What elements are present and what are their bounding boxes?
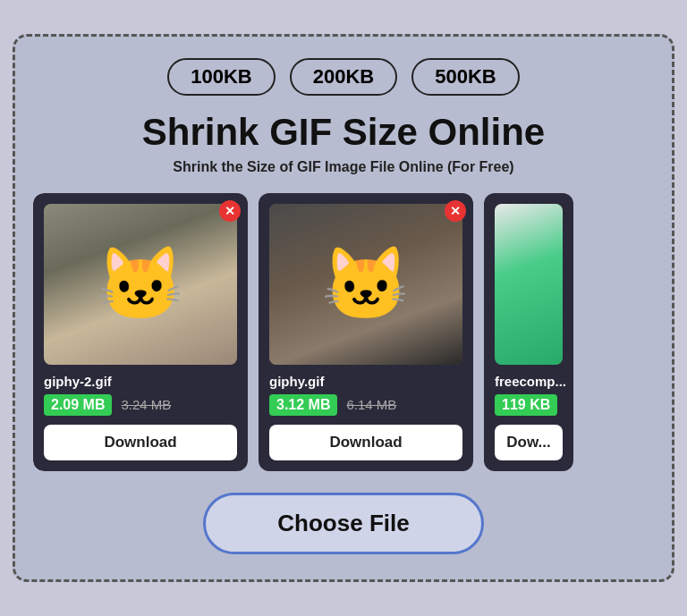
card-2-size-row: 3.12 MB 6.14 MB: [269, 394, 462, 416]
size-badge-500kb[interactable]: 500KB: [411, 58, 519, 96]
card-2-filename: giphy.gif: [269, 374, 462, 389]
close-button-1[interactable]: ✕: [219, 200, 241, 222]
size-badge-100kb[interactable]: 100KB: [167, 58, 275, 96]
card-3-size-row: 119 KB: [495, 394, 563, 416]
page-subtitle: Shrink the Size of GIF Image File Online…: [33, 159, 654, 175]
card-1-filename: giphy-2.gif: [44, 374, 237, 389]
card-2-new-size: 3.12 MB: [269, 394, 337, 416]
card-2-old-size: 6.14 MB: [346, 397, 396, 412]
choose-file-section: Choose File: [33, 493, 654, 554]
main-container: 100KB 200KB 500KB Shrink GIF Size Online…: [13, 34, 674, 581]
card-2-image: [269, 204, 462, 365]
download-button-1[interactable]: Download: [44, 425, 237, 460]
page-title: Shrink GIF Size Online: [33, 112, 654, 153]
card-1-image: [44, 204, 237, 365]
choose-file-button[interactable]: Choose File: [203, 493, 483, 554]
card-1-old-size: 3.24 MB: [121, 397, 171, 412]
card-1: ✕ giphy-2.gif 2.09 MB 3.24 MB Download: [33, 193, 248, 471]
cat2-thumbnail: [269, 204, 462, 365]
download-button-2[interactable]: Download: [269, 425, 462, 460]
card-3-filename: freecomp...: [495, 374, 563, 389]
cat1-thumbnail: [44, 204, 237, 365]
card-3-image: [495, 204, 563, 365]
cards-container: ✕ giphy-2.gif 2.09 MB 3.24 MB Download ✕…: [33, 193, 654, 471]
card-3: freecomp... 119 KB Dow...: [484, 193, 573, 471]
green-thumbnail: [495, 204, 563, 365]
card-3-new-size: 119 KB: [495, 394, 557, 416]
card-2: ✕ giphy.gif 3.12 MB 6.14 MB Download: [259, 193, 473, 471]
cards-row: ✕ giphy-2.gif 2.09 MB 3.24 MB Download ✕…: [33, 193, 654, 471]
size-badge-200kb[interactable]: 200KB: [290, 58, 397, 96]
size-badges-row: 100KB 200KB 500KB: [33, 58, 654, 96]
card-1-new-size: 2.09 MB: [44, 394, 112, 416]
download-button-3[interactable]: Dow...: [495, 425, 563, 460]
card-1-size-row: 2.09 MB 3.24 MB: [44, 394, 237, 416]
close-button-2[interactable]: ✕: [445, 200, 466, 222]
